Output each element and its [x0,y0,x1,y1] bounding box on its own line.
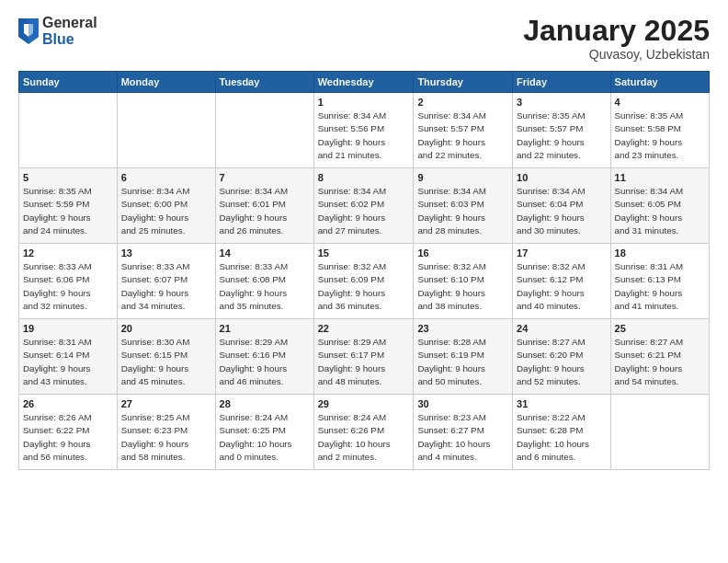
calendar-cell: 31Sunrise: 8:22 AM Sunset: 6:28 PM Dayli… [513,395,611,470]
day-info: Sunrise: 8:29 AM Sunset: 6:17 PM Dayligh… [318,336,410,388]
day-number: 7 [220,172,310,183]
day-info: Sunrise: 8:33 AM Sunset: 6:08 PM Dayligh… [220,260,310,313]
svg-marker-2 [28,18,39,44]
calendar-cell: 17Sunrise: 8:32 AM Sunset: 6:12 PM Dayli… [513,244,611,319]
logo-blue-text: Blue [42,31,97,48]
week-row-5: 26Sunrise: 8:26 AM Sunset: 6:22 PM Dayli… [19,395,710,470]
calendar-cell [117,93,215,168]
day-number: 13 [121,247,211,259]
day-number: 29 [318,398,410,409]
weekday-header-monday: Monday [117,72,215,93]
day-info: Sunrise: 8:34 AM Sunset: 6:04 PM Dayligh… [517,185,607,237]
title-block: January 2025 Quvasoy, Uzbekistan [523,15,710,62]
logo-general-text: General [42,15,97,31]
logo-text: General Blue [42,15,97,47]
weekday-header-tuesday: Tuesday [215,72,313,93]
day-number: 23 [417,323,508,334]
day-number: 3 [517,97,607,108]
day-number: 24 [517,323,607,334]
day-info: Sunrise: 8:30 AM Sunset: 6:15 PM Dayligh… [121,336,211,388]
day-number: 12 [23,247,113,259]
day-info: Sunrise: 8:32 AM Sunset: 6:10 PM Dayligh… [417,260,508,313]
calendar-cell: 8Sunrise: 8:34 AM Sunset: 6:02 PM Daylig… [313,168,414,244]
day-info: Sunrise: 8:27 AM Sunset: 6:20 PM Dayligh… [517,336,607,388]
weekday-header-thursday: Thursday [414,72,513,93]
day-number: 21 [220,323,310,334]
calendar-cell: 19Sunrise: 8:31 AM Sunset: 6:14 PM Dayli… [19,319,118,395]
day-info: Sunrise: 8:24 AM Sunset: 6:26 PM Dayligh… [318,411,410,464]
day-number: 18 [615,247,705,259]
calendar-cell: 15Sunrise: 8:32 AM Sunset: 6:09 PM Dayli… [313,244,414,319]
day-info: Sunrise: 8:35 AM Sunset: 5:59 PM Dayligh… [23,185,113,237]
calendar-cell: 5Sunrise: 8:35 AM Sunset: 5:59 PM Daylig… [19,168,118,244]
calendar-header: SundayMondayTuesdayWednesdayThursdayFrid… [19,72,710,93]
month-title: January 2025 [523,15,710,47]
calendar-cell: 12Sunrise: 8:33 AM Sunset: 6:06 PM Dayli… [19,244,118,319]
day-info: Sunrise: 8:33 AM Sunset: 6:07 PM Dayligh… [121,260,211,313]
day-number: 27 [121,398,211,409]
day-number: 22 [318,323,410,334]
day-number: 11 [615,172,705,183]
day-info: Sunrise: 8:32 AM Sunset: 6:09 PM Dayligh… [318,260,410,313]
location: Quvasoy, Uzbekistan [523,47,710,62]
calendar-cell: 18Sunrise: 8:31 AM Sunset: 6:13 PM Dayli… [610,244,709,319]
day-info: Sunrise: 8:34 AM Sunset: 6:03 PM Dayligh… [417,185,508,237]
day-number: 30 [417,398,508,409]
day-number: 2 [417,97,508,108]
day-info: Sunrise: 8:34 AM Sunset: 6:00 PM Dayligh… [121,185,211,237]
weekday-header-saturday: Saturday [610,72,709,93]
day-number: 31 [517,398,607,409]
calendar-cell: 3Sunrise: 8:35 AM Sunset: 5:57 PM Daylig… [513,93,611,168]
calendar-cell: 27Sunrise: 8:25 AM Sunset: 6:23 PM Dayli… [117,395,215,470]
day-number: 14 [220,247,310,259]
calendar-body: 1Sunrise: 8:34 AM Sunset: 5:56 PM Daylig… [19,93,710,470]
calendar-cell: 2Sunrise: 8:34 AM Sunset: 5:57 PM Daylig… [414,93,513,168]
week-row-3: 12Sunrise: 8:33 AM Sunset: 6:06 PM Dayli… [19,244,710,319]
day-number: 6 [121,172,211,183]
calendar-cell: 28Sunrise: 8:24 AM Sunset: 6:25 PM Dayli… [215,395,313,470]
weekday-header-sunday: Sunday [19,72,118,93]
day-info: Sunrise: 8:24 AM Sunset: 6:25 PM Dayligh… [220,411,310,464]
day-info: Sunrise: 8:35 AM Sunset: 5:58 PM Dayligh… [615,109,705,162]
calendar-cell: 11Sunrise: 8:34 AM Sunset: 6:05 PM Dayli… [610,168,709,244]
calendar-cell: 26Sunrise: 8:26 AM Sunset: 6:22 PM Dayli… [19,395,118,470]
day-number: 1 [318,97,410,108]
calendar-cell: 29Sunrise: 8:24 AM Sunset: 6:26 PM Dayli… [313,395,414,470]
logo: General Blue [18,15,97,47]
calendar-cell [215,93,313,168]
day-info: Sunrise: 8:23 AM Sunset: 6:27 PM Dayligh… [417,411,508,464]
weekday-header-row: SundayMondayTuesdayWednesdayThursdayFrid… [19,72,710,93]
day-info: Sunrise: 8:27 AM Sunset: 6:21 PM Dayligh… [615,336,705,388]
week-row-4: 19Sunrise: 8:31 AM Sunset: 6:14 PM Dayli… [19,319,710,395]
day-info: Sunrise: 8:31 AM Sunset: 6:13 PM Dayligh… [615,260,705,313]
day-info: Sunrise: 8:22 AM Sunset: 6:28 PM Dayligh… [517,411,607,464]
calendar-cell [610,395,709,470]
calendar-cell [19,93,118,168]
day-number: 26 [23,398,113,409]
day-number: 5 [23,172,113,183]
day-number: 9 [417,172,508,183]
calendar-cell: 24Sunrise: 8:27 AM Sunset: 6:20 PM Dayli… [513,319,611,395]
day-info: Sunrise: 8:34 AM Sunset: 5:57 PM Dayligh… [417,109,508,162]
day-info: Sunrise: 8:33 AM Sunset: 6:06 PM Dayligh… [23,260,113,313]
weekday-header-friday: Friday [513,72,611,93]
day-info: Sunrise: 8:26 AM Sunset: 6:22 PM Dayligh… [23,411,113,464]
calendar-cell: 9Sunrise: 8:34 AM Sunset: 6:03 PM Daylig… [414,168,513,244]
calendar-cell: 30Sunrise: 8:23 AM Sunset: 6:27 PM Dayli… [414,395,513,470]
calendar-cell: 16Sunrise: 8:32 AM Sunset: 6:10 PM Dayli… [414,244,513,319]
day-number: 10 [517,172,607,183]
page: General Blue January 2025 Quvasoy, Uzbek… [0,0,728,563]
calendar: SundayMondayTuesdayWednesdayThursdayFrid… [18,71,710,470]
calendar-cell: 4Sunrise: 8:35 AM Sunset: 5:58 PM Daylig… [610,93,709,168]
header: General Blue January 2025 Quvasoy, Uzbek… [18,15,710,62]
calendar-cell: 1Sunrise: 8:34 AM Sunset: 5:56 PM Daylig… [313,93,414,168]
calendar-cell: 10Sunrise: 8:34 AM Sunset: 6:04 PM Dayli… [513,168,611,244]
day-info: Sunrise: 8:34 AM Sunset: 6:05 PM Dayligh… [615,185,705,237]
day-number: 8 [318,172,410,183]
day-number: 4 [615,97,705,108]
day-number: 25 [615,323,705,334]
calendar-cell: 20Sunrise: 8:30 AM Sunset: 6:15 PM Dayli… [117,319,215,395]
day-number: 20 [121,323,211,334]
day-number: 28 [220,398,310,409]
calendar-cell: 7Sunrise: 8:34 AM Sunset: 6:01 PM Daylig… [215,168,313,244]
